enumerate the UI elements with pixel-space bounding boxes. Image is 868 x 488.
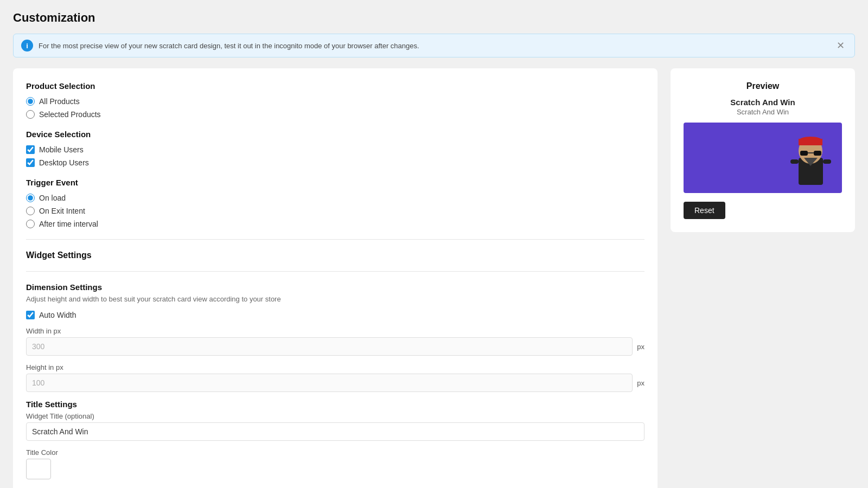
svg-rect-5 xyxy=(814,151,821,156)
height-label: Height in px xyxy=(26,363,644,371)
height-suffix: px xyxy=(637,379,644,387)
banner-text: For the most precise view of your new sc… xyxy=(39,42,834,50)
product-selection-title: Product Selection xyxy=(26,81,644,91)
device-selection-group: Mobile Users Desktop Users xyxy=(26,145,644,167)
title-color-swatch[interactable] xyxy=(26,459,51,479)
all-products-option[interactable]: All Products xyxy=(26,97,644,106)
svg-rect-4 xyxy=(800,151,808,156)
info-icon: i xyxy=(21,40,33,52)
all-products-label: All Products xyxy=(39,97,80,106)
trigger-event-group: On load On Exit Intent After time interv… xyxy=(26,194,644,228)
desktop-users-label: Desktop Users xyxy=(39,158,89,167)
after-time-interval-radio[interactable] xyxy=(26,220,35,228)
info-banner: i For the most precise view of your new … xyxy=(13,34,855,57)
svg-rect-8 xyxy=(823,159,831,164)
on-load-radio[interactable] xyxy=(26,194,35,202)
mobile-users-option[interactable]: Mobile Users xyxy=(26,145,644,154)
widget-title-input[interactable] xyxy=(26,422,644,441)
on-exit-intent-label: On Exit Intent xyxy=(39,207,85,215)
on-load-label: On load xyxy=(39,194,66,202)
svg-rect-3 xyxy=(799,139,822,145)
widget-divider xyxy=(26,271,644,272)
svg-rect-7 xyxy=(790,159,799,164)
all-products-radio[interactable] xyxy=(26,97,35,106)
section-divider xyxy=(26,239,644,240)
title-color-label: Title Color xyxy=(26,448,644,457)
close-icon[interactable]: ✕ xyxy=(834,40,847,52)
on-exit-intent-option[interactable]: On Exit Intent xyxy=(26,207,644,215)
after-time-interval-option[interactable]: After time interval xyxy=(26,220,644,228)
auto-width-label[interactable]: Auto Width xyxy=(39,311,76,319)
width-label: Width in px xyxy=(26,327,644,335)
dimension-settings-title: Dimension Settings xyxy=(26,282,644,292)
preview-panel: Preview Scratch And Win Scratch And Win xyxy=(671,68,855,232)
on-load-option[interactable]: On load xyxy=(26,194,644,202)
selected-products-radio[interactable] xyxy=(26,110,35,119)
main-layout: Product Selection All Products Selected … xyxy=(13,68,855,488)
title-settings-title: Title Settings xyxy=(26,400,644,409)
height-row: px xyxy=(26,374,644,392)
trigger-event-title: Trigger Event xyxy=(26,178,644,187)
device-selection-title: Device Selection xyxy=(26,130,644,139)
preview-title: Preview xyxy=(684,81,842,91)
width-row: px xyxy=(26,337,644,356)
widget-settings-title: Widget Settings xyxy=(26,251,644,260)
selected-products-label: Selected Products xyxy=(39,110,101,119)
auto-width-checkbox[interactable] xyxy=(26,311,35,319)
mobile-users-checkbox[interactable] xyxy=(26,145,35,154)
width-suffix: px xyxy=(637,343,644,351)
mobile-users-label: Mobile Users xyxy=(39,145,84,154)
preview-image xyxy=(684,123,842,193)
preview-card-subtitle: Scratch And Win xyxy=(684,108,842,116)
on-exit-intent-radio[interactable] xyxy=(26,207,35,215)
page-title: Customization xyxy=(13,11,855,25)
reset-button[interactable]: Reset xyxy=(684,202,725,219)
auto-width-row: Auto Width xyxy=(26,311,644,319)
desktop-users-option[interactable]: Desktop Users xyxy=(26,158,644,167)
product-selection-group: All Products Selected Products xyxy=(26,97,644,119)
selected-products-option[interactable]: Selected Products xyxy=(26,110,644,119)
preview-character-svg xyxy=(790,128,831,188)
dimension-settings-desc: Adjust height and width to best suit you… xyxy=(26,295,644,303)
preview-card-name: Scratch And Win xyxy=(684,98,842,107)
left-panel: Product Selection All Products Selected … xyxy=(13,68,658,488)
height-input[interactable] xyxy=(26,374,633,392)
widget-title-label: Widget Title (optional) xyxy=(26,412,644,420)
desktop-users-checkbox[interactable] xyxy=(26,158,35,167)
after-time-interval-label: After time interval xyxy=(39,220,98,228)
width-input[interactable] xyxy=(26,337,633,356)
